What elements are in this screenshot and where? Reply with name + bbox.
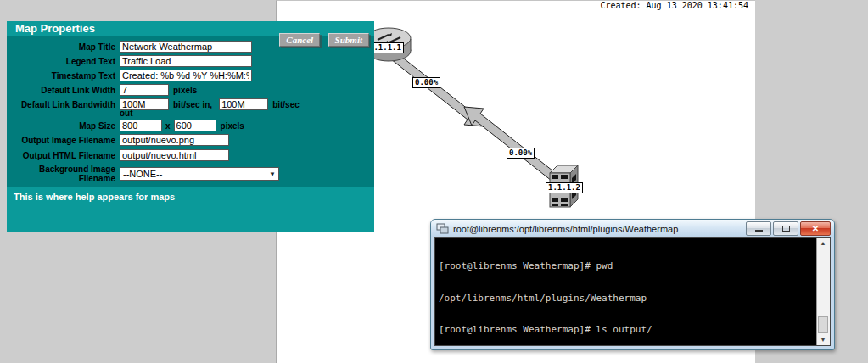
field-row-output-html: Output HTML Filename [7, 149, 374, 161]
output-image-label: Output Image Filename [7, 136, 120, 145]
scroll-up-icon[interactable]: ▲ [817, 238, 829, 249]
minimize-button[interactable] [746, 221, 771, 236]
submit-button[interactable]: Submit [328, 33, 369, 47]
terminal-line: [root@librenms Weathermap]# pwd [439, 261, 814, 272]
link-width-label: Default Link Width [7, 86, 120, 95]
maximize-icon [782, 226, 790, 232]
map-properties-dialog: Map Properties Cancel Submit Map Title L… [7, 21, 374, 232]
background-image-select[interactable]: --NONE-- ▼ [120, 167, 279, 181]
legend-text-label: Legend Text [7, 57, 120, 66]
map-width-input[interactable] [120, 120, 162, 131]
map-title-label: Map Title [7, 42, 120, 52]
link-bandwidth-label: Default Link Bandwidth [7, 100, 120, 109]
chevron-down-icon: ▼ [269, 170, 276, 178]
terminal-titlebar[interactable]: root@librenms:/opt/librenms/html/plugins… [431, 220, 834, 237]
output-html-label: Output HTML Filename [7, 151, 120, 160]
close-icon: ✕ [812, 225, 819, 233]
map-size-unit: pixels [221, 121, 244, 131]
link-percent-label-out[interactable]: 0.00% [412, 77, 440, 88]
background-image-selected-value: --NONE-- [123, 169, 162, 179]
minimize-icon [755, 230, 763, 232]
link-width-unit: pixels [173, 86, 197, 95]
map-height-input[interactable] [174, 120, 216, 131]
timestamp-text-input[interactable] [120, 70, 252, 81]
maximize-button[interactable] [773, 221, 798, 236]
cancel-button[interactable]: Cancel [279, 33, 320, 47]
link-width-input[interactable] [120, 84, 169, 96]
close-button[interactable]: ✕ [800, 221, 831, 236]
bandwidth-in-unit: bit/sec in, [173, 100, 212, 109]
legend-text-input[interactable] [120, 55, 252, 67]
terminal-title: root@librenms:/opt/librenms/html/plugins… [453, 224, 742, 234]
background-image-label: Background Image Filename [7, 165, 120, 183]
output-image-input[interactable] [120, 134, 229, 146]
putty-app-icon [436, 223, 449, 235]
field-row-timestamp-text: Timestamp Text [7, 70, 374, 81]
field-row-map-size: Map Size x pixels [7, 120, 374, 131]
field-row-link-width: Default Link Width pixels [7, 84, 374, 96]
bandwidth-out-input[interactable] [219, 98, 268, 110]
field-row-background-image: Background Image Filename --NONE-- ▼ [7, 165, 374, 183]
terminal-window: root@librenms:/opt/librenms/html/plugins… [430, 219, 835, 350]
scroll-down-icon[interactable]: ▼ [817, 335, 829, 345]
node-label-1112[interactable]: 1.1.1.2 [546, 182, 583, 193]
timestamp-text-label: Timestamp Text [7, 71, 120, 81]
dialog-form: Map Title Legend Text Timestamp Text Def… [7, 36, 374, 183]
terminal-console[interactable]: [root@librenms Weathermap]# pwd /opt/lib… [434, 237, 831, 346]
terminal-scrollbar[interactable]: ▲ ▼ [816, 238, 830, 345]
map-title-input[interactable] [120, 41, 252, 53]
terminal-line: /opt/librenms/html/plugins/Weathermap [439, 293, 814, 304]
dialog-help-text: This is where help appears for maps [7, 187, 374, 232]
terminal-output: [root@librenms Weathermap]# pwd /opt/lib… [435, 238, 817, 345]
map-size-label: Map Size [7, 121, 120, 131]
terminal-line: [root@librenms Weathermap]# ls output/ [439, 325, 814, 336]
bandwidth-out-unit: bit/sec [272, 100, 300, 109]
field-row-legend-text: Legend Text [7, 55, 374, 67]
output-html-input[interactable] [120, 149, 229, 161]
map-created-timestamp: Created: Aug 13 2020 13:41:54 [600, 1, 748, 10]
page-background: Created: Aug 13 2020 13:41:54 1.1.1.1 1.… [0, 0, 868, 363]
scrollbar-thumb[interactable] [818, 316, 828, 333]
field-row-output-image: Output Image Filename [7, 134, 374, 146]
link-percent-label-in[interactable]: 0.00% [507, 148, 535, 159]
map-size-separator: x [165, 121, 171, 131]
